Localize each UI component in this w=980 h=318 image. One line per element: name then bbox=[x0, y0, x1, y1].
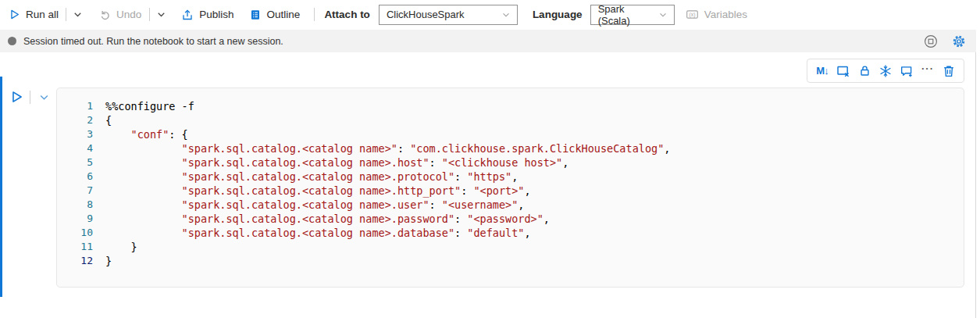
lock-cell-icon[interactable] bbox=[857, 63, 872, 79]
run-all-dropdown-chevron-icon[interactable] bbox=[73, 9, 83, 20]
more-commands-icon[interactable]: ··· bbox=[920, 63, 935, 79]
code-line[interactable]: 12} bbox=[57, 254, 964, 268]
code-line[interactable]: 3 "conf": { bbox=[57, 127, 964, 141]
undo-dropdown-chevron-icon[interactable] bbox=[156, 9, 166, 20]
code-line[interactable]: 6 "spark.sql.catalog.<catalog name>.prot… bbox=[57, 170, 964, 184]
line-number: 9 bbox=[57, 212, 93, 226]
code-line[interactable]: 4 "spark.sql.catalog.<catalog name>": "c… bbox=[57, 141, 964, 155]
play-icon bbox=[9, 9, 20, 20]
attach-to-label: Attach to bbox=[324, 9, 370, 20]
chevron-down-icon bbox=[501, 10, 511, 20]
code-content: %%configure -f bbox=[93, 99, 964, 113]
panel-edge-divider bbox=[975, 52, 976, 318]
code-line[interactable]: 9 "spark.sql.catalog.<catalog name>.pass… bbox=[57, 212, 964, 226]
line-number: 2 bbox=[57, 113, 93, 127]
code-content: "spark.sql.catalog.<catalog name>.protoc… bbox=[93, 170, 964, 184]
freeze-cell-icon[interactable] bbox=[878, 63, 893, 79]
separator bbox=[66, 8, 66, 21]
code-content: "spark.sql.catalog.<catalog name>.host":… bbox=[93, 155, 964, 170]
separator bbox=[30, 91, 30, 104]
separator bbox=[314, 8, 315, 21]
publish-label: Publish bbox=[199, 9, 233, 20]
command-toolbar: Run all Undo Publish Outline bbox=[0, 0, 980, 29]
undo-label: Undo bbox=[116, 9, 141, 20]
code-line[interactable]: 2{ bbox=[57, 113, 964, 127]
cell-actions-chevron-icon[interactable] bbox=[36, 89, 52, 105]
active-cell-indicator bbox=[0, 77, 2, 297]
variables-button[interactable]: (x) Variables bbox=[686, 8, 747, 21]
svg-text:(x): (x) bbox=[689, 12, 695, 18]
code-content: "spark.sql.catalog.<catalog name>.user":… bbox=[93, 198, 964, 212]
attach-to-value: ClickHouseSpark bbox=[387, 9, 465, 20]
outline-icon bbox=[249, 9, 262, 21]
cell-toolbar: M↓ ··· bbox=[807, 59, 964, 83]
attach-to-select[interactable]: ClickHouseSpark bbox=[379, 5, 518, 25]
cell-gutter bbox=[9, 89, 52, 105]
chevron-down-icon bbox=[658, 10, 668, 20]
outline-label: Outline bbox=[267, 9, 301, 20]
code-content: "spark.sql.catalog.<catalog name>.http_p… bbox=[93, 184, 964, 198]
code-content: { bbox=[93, 113, 964, 127]
code-content: "conf": { bbox=[93, 127, 964, 141]
run-cell-icon[interactable] bbox=[9, 89, 24, 105]
line-number: 8 bbox=[57, 198, 93, 212]
variables-label: Variables bbox=[704, 9, 747, 20]
publish-icon bbox=[181, 9, 194, 21]
code-line[interactable]: 8 "spark.sql.catalog.<catalog name>.user… bbox=[57, 198, 964, 212]
session-status-bar: Session timed out. Run the notebook to s… bbox=[0, 30, 976, 52]
line-number: 11 bbox=[57, 240, 93, 254]
language-value: Spark (Scala) bbox=[598, 3, 658, 27]
line-number: 6 bbox=[57, 170, 93, 184]
line-number: 3 bbox=[57, 127, 93, 141]
notebook-app: Run all Undo Publish Outline bbox=[0, 0, 980, 318]
undo-icon bbox=[99, 9, 111, 20]
session-message: Session timed out. Run the notebook to s… bbox=[23, 36, 923, 47]
outline-button[interactable]: Outline bbox=[249, 9, 301, 21]
ellipsis-glyph: ··· bbox=[921, 63, 934, 78]
clear-output-icon[interactable] bbox=[836, 63, 851, 79]
code-content: "spark.sql.catalog.<catalog name>.databa… bbox=[93, 226, 964, 240]
session-settings-gear-icon[interactable] bbox=[951, 34, 967, 49]
add-comment-icon[interactable] bbox=[899, 63, 914, 79]
separator bbox=[149, 8, 150, 21]
code-line[interactable]: 7 "spark.sql.catalog.<catalog name>.http… bbox=[57, 184, 964, 198]
code-line[interactable]: 5 "spark.sql.catalog.<catalog name>.host… bbox=[57, 155, 964, 170]
stop-session-icon[interactable] bbox=[923, 34, 939, 49]
markdown-glyph: M↓ bbox=[816, 65, 828, 77]
code-line[interactable]: 1%%configure -f bbox=[57, 99, 964, 113]
code-line[interactable]: 10 "spark.sql.catalog.<catalog name>.dat… bbox=[57, 226, 964, 240]
code-line[interactable]: 11 } bbox=[57, 240, 964, 254]
line-number: 10 bbox=[57, 226, 93, 240]
publish-button[interactable]: Publish bbox=[181, 9, 233, 21]
code-content: "spark.sql.catalog.<catalog name>": "com… bbox=[93, 141, 964, 155]
line-number: 1 bbox=[57, 99, 93, 113]
code-content: "spark.sql.catalog.<catalog name>.passwo… bbox=[93, 212, 964, 226]
line-number: 5 bbox=[57, 155, 93, 170]
convert-to-markdown-icon[interactable]: M↓ bbox=[814, 63, 830, 79]
code-content: } bbox=[93, 240, 964, 254]
delete-cell-icon[interactable] bbox=[941, 63, 957, 79]
undo-button[interactable]: Undo bbox=[99, 9, 141, 20]
line-number: 7 bbox=[57, 184, 93, 198]
language-label: Language bbox=[533, 9, 583, 20]
line-number: 4 bbox=[57, 141, 93, 155]
line-number: 12 bbox=[57, 254, 93, 268]
code-editor[interactable]: 1%%configure -f2{3 "conf": {4 "spark.sql… bbox=[56, 88, 964, 288]
variables-icon: (x) bbox=[686, 8, 699, 21]
code-content: } bbox=[93, 254, 964, 268]
run-all-label: Run all bbox=[26, 9, 59, 20]
language-select[interactable]: Spark (Scala) bbox=[590, 5, 675, 25]
run-all-button[interactable]: Run all bbox=[9, 9, 59, 20]
session-status-dot-icon bbox=[8, 37, 16, 45]
